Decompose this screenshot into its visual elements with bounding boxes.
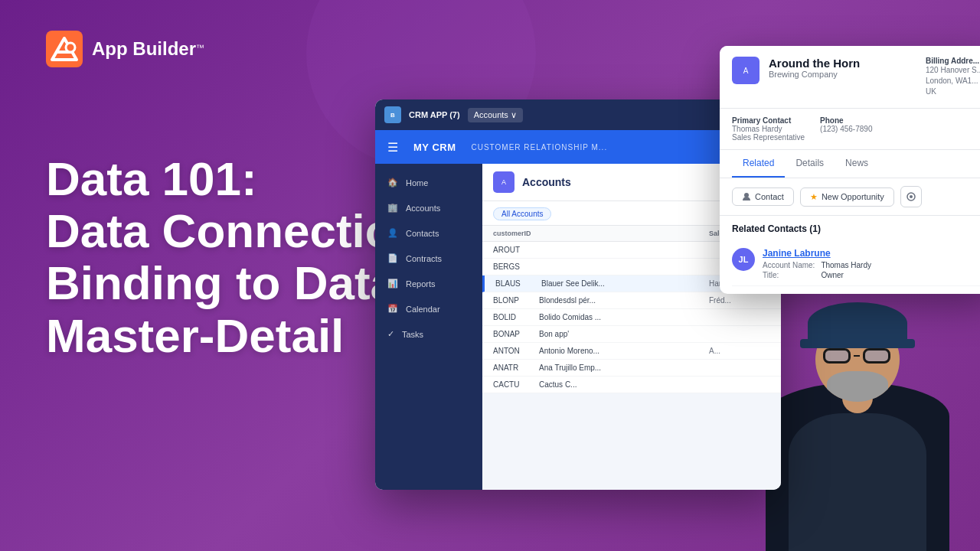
- crm-accounts-dropdown[interactable]: Accounts ∨: [468, 108, 523, 122]
- contracts-icon: 📄: [387, 253, 398, 263]
- related-section: Related Contacts (1) JL Janine Labrune A…: [720, 216, 980, 294]
- home-icon: 🏠: [387, 178, 398, 187]
- sidebar-item-contacts[interactable]: 👤 Contacts: [375, 220, 482, 246]
- svg-point-12: [910, 195, 913, 198]
- phone-col: Phone (123) 456-7890: [820, 116, 872, 142]
- sidebar-item-accounts[interactable]: 🏢 Accounts: [375, 195, 482, 220]
- tab-related[interactable]: Related: [732, 150, 785, 178]
- table-row[interactable]: ANATR Ana Trujillo Emp...: [482, 360, 781, 377]
- accounts-section-title: Accounts: [522, 176, 571, 188]
- crm-nav-brand: MY CRM: [413, 142, 456, 153]
- hamburger-icon[interactable]: ☰: [387, 140, 398, 155]
- detail-tabs: Related Details News: [720, 150, 980, 178]
- tab-details[interactable]: Details: [785, 150, 835, 178]
- sidebar-item-home[interactable]: 🏠 Home: [375, 170, 482, 195]
- logo-area: App Builder™: [46, 31, 204, 67]
- accounts-section-icon: A: [493, 171, 514, 193]
- svg-text:A: A: [743, 67, 749, 75]
- crm-app-label: CRM APP (7): [409, 110, 460, 119]
- settings-icon: [906, 191, 916, 202]
- svg-rect-0: [46, 31, 83, 67]
- contact-info: Janine Labrune Account Name: Thomas Hard…: [763, 248, 871, 279]
- table-row[interactable]: ANTON Antonio Moreno... A...: [482, 343, 781, 360]
- svg-text:B: B: [390, 112, 395, 119]
- crm-sidebar: 🏠 Home 🏢 Accounts 👤 Contacts 📄 Contracts…: [375, 164, 482, 490]
- table-row[interactable]: BOLID Bolido Comidas ...: [482, 309, 781, 326]
- contact-detail-grid: Account Name: Thomas Hardy Title: Owner: [763, 261, 871, 279]
- sidebar-item-calendar[interactable]: 📅 Calendar: [375, 296, 482, 321]
- app-builder-logo-icon: [46, 31, 83, 67]
- accounts-icon: 🏢: [387, 203, 398, 213]
- contacts-icon: 👤: [387, 228, 398, 238]
- crm-logo-icon: B: [384, 106, 401, 123]
- related-contacts-title: Related Contacts (1): [732, 223, 980, 234]
- table-row[interactable]: BONAP Bon app': [482, 326, 781, 343]
- sidebar-item-reports[interactable]: 📊 Reports: [375, 271, 482, 296]
- calendar-icon: 📅: [387, 304, 398, 314]
- reports-icon: 📊: [387, 279, 398, 289]
- action-bar: Contact ★ New Opportunity: [720, 178, 980, 216]
- svg-text:A: A: [501, 178, 506, 186]
- account-info: Around the Horn Brewing Company: [769, 57, 860, 79]
- svg-point-3: [66, 43, 75, 52]
- contact-icon: [742, 192, 751, 201]
- detail-panel: A Around the Horn Brewing Company Billin…: [720, 46, 980, 294]
- contact-button[interactable]: Contact: [732, 187, 794, 206]
- sidebar-item-contracts[interactable]: 📄 Contracts: [375, 246, 482, 271]
- filter-all-accounts[interactable]: All Accounts: [493, 207, 551, 220]
- sidebar-item-tasks[interactable]: ✓ Tasks: [375, 321, 482, 347]
- account-info-grid: Primary Contact Thomas Hardy Sales Repre…: [720, 109, 980, 150]
- col-header-id: customerID: [493, 230, 539, 237]
- new-opportunity-button[interactable]: ★ New Opportunity: [800, 187, 894, 207]
- table-row[interactable]: BLONP Blondesdsl pér... Fréd...: [482, 292, 781, 309]
- account-subtitle: Brewing Company: [769, 70, 860, 79]
- contact-card: JL Janine Labrune Account Name: Thomas H…: [732, 242, 980, 286]
- primary-contact-col: Primary Contact Thomas Hardy Sales Repre…: [732, 116, 805, 142]
- tasks-icon: ✓: [387, 329, 394, 339]
- tab-news[interactable]: News: [835, 150, 879, 178]
- account-avatar-icon: A: [732, 57, 760, 84]
- more-options-button[interactable]: [900, 186, 922, 207]
- account-name: Around the Horn: [769, 57, 860, 70]
- table-row[interactable]: CACTU Cactus C...: [482, 377, 781, 393]
- presenter-silhouette: [750, 276, 965, 551]
- contact-name-link[interactable]: Janine Labrune: [763, 248, 871, 259]
- col-header-name: [539, 230, 709, 237]
- account-card-header: A Around the Horn Brewing Company Billin…: [720, 46, 980, 109]
- contact-avatar: JL: [732, 248, 755, 271]
- billing-section: Billing Addre... 120 Hanover S...London,…: [926, 57, 980, 97]
- logo-text: App Builder™: [92, 38, 204, 60]
